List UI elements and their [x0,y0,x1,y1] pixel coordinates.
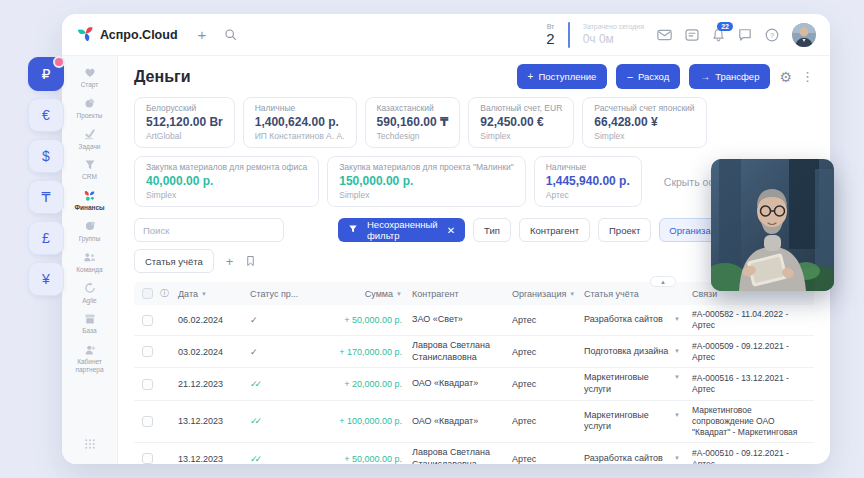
account-card[interactable]: Наличные 1,445,940.00 р. Артес [534,156,642,207]
cell-status: ✓ [250,315,320,325]
account-card[interactable]: Закупка материалов для ремонта офиса 40,… [134,156,319,207]
table-row[interactable]: 03.02.2024 ✓ + 170,000.00 р. Лаврова Све… [134,336,814,368]
row-checkbox[interactable] [142,416,153,427]
day-label: Вт [546,23,554,30]
apps-grid-icon[interactable] [84,436,96,454]
note-icon[interactable] [685,29,699,41]
base-icon [84,312,96,325]
currency-button-4[interactable]: ₸ [28,180,64,214]
cell-links[interactable]: Маркетинговое сопровождение ОАО "Квадрат… [692,405,814,438]
category-label: Маркетинговые услуги [584,372,674,395]
settings-gear-icon[interactable]: ⚙ [779,69,792,85]
table-row[interactable]: 13.12.2023 ✓✓ + 50,000.00 р. Лаврова Све… [134,443,814,464]
chevron-down-icon[interactable]: ▼ [674,374,680,382]
filter-chip[interactable]: Проект [598,218,651,242]
sidebar-item-base[interactable]: База [62,308,117,339]
filter-chip[interactable]: Тип [473,218,511,242]
presenter-video-widget[interactable] [711,159,834,291]
sidebar-item-label: CRM [82,173,97,181]
cell-links[interactable]: #A-000510 - 09.12.2021 - Артес [692,448,814,464]
account-card[interactable]: Расчетный счет японский 66,428.00 ¥ Simp… [582,97,706,148]
cell-organization: Артес [512,347,584,357]
col-contractor[interactable]: Контрагент [412,289,512,299]
chevron-down-icon[interactable]: ▼ [674,412,680,420]
currency-button-1[interactable]: ₽ [28,57,64,91]
account-card[interactable]: Валютный счет, EUR 92,450.00 € Simplex [468,97,574,148]
bell-icon[interactable]: 22 [712,28,725,42]
sidebar-item-label: Группы [79,235,101,243]
account-name: Валютный счет, EUR [480,103,562,113]
cell-links[interactable]: #A-000516 - 13.12.2021 - Артес [692,373,814,395]
notification-badge: 22 [717,22,733,31]
action-button-2[interactable]: – Расход [616,64,680,89]
col-amount[interactable]: Сумма▼ [320,289,412,299]
mail-icon[interactable] [657,29,672,41]
info-icon[interactable]: ⓘ [160,287,178,300]
more-menu-icon[interactable]: ⋮ [801,69,814,84]
sidebar-item-partner[interactable]: Кабинет партнера [62,339,117,378]
action-button-3[interactable]: → Трансфер [689,64,770,89]
table-row[interactable]: 21.12.2023 ✓✓ + 20,000.00 р. ОАО «Квадра… [134,368,814,400]
currency-button-6[interactable]: ¥ [28,262,64,296]
app-logo[interactable]: Аспро.Cloud [78,25,178,45]
col-date[interactable]: Дата▼ [178,289,250,299]
sidebar-item-funnel[interactable]: CRM [62,154,117,185]
category-filter-chip[interactable]: Статья учёта [134,249,214,273]
table-row[interactable]: 13.12.2023 ✓✓ + 100,000.00 р. ОАО «Квадр… [134,401,814,443]
currency-button-5[interactable]: £ [28,221,64,255]
sidebar-item-tasks[interactable]: Задачи [62,124,117,155]
sidebar-item-heart[interactable]: Старт [62,62,117,93]
agile-icon [84,282,96,295]
col-status[interactable]: Статус пр... [250,289,320,299]
clear-filter-icon[interactable]: ✕ [447,225,455,236]
add-filter-icon[interactable]: + [226,254,234,269]
cell-links[interactable]: #A-000582 - 11.04.2022 - Артес [692,309,814,331]
account-card[interactable]: Белорусский 512,120.00 Br ArtGlobal [134,97,235,148]
groups-icon [84,220,96,233]
row-checkbox[interactable] [142,346,153,357]
collapse-header-icon[interactable]: ▲ [650,276,676,287]
select-all-checkbox[interactable] [142,288,153,299]
funnel-icon [348,224,358,236]
sidebar-item-agile[interactable]: Agile [62,278,117,309]
cell-status: ✓✓ [250,416,320,426]
create-icon[interactable]: + [198,26,207,43]
sidebar-item-team[interactable]: Команда [62,247,117,278]
chevron-down-icon[interactable]: ▼ [674,348,680,356]
row-checkbox[interactable] [142,453,153,464]
account-card[interactable]: Казахстанский 590,160.00 ₸ Techdesign [365,97,461,148]
unsaved-filter-button[interactable]: Несохраненный фильтр ✕ [338,218,465,242]
currency-button-3[interactable]: $ [28,139,64,173]
chevron-down-icon[interactable]: ▼ [674,455,680,463]
cell-status: ✓✓ [250,379,320,389]
sidebar-item-finance[interactable]: Финансы [62,185,117,216]
cell-date: 13.12.2023 [178,416,250,426]
account-card[interactable]: Закупка материалов для проекта "Малинки"… [327,156,525,207]
col-organization[interactable]: Организация▼ [512,289,584,299]
filter-chip[interactable]: Контрагент [519,218,590,242]
time-tracker[interactable]: Затрачено сегодня 0ч 0м [583,23,644,46]
row-checkbox[interactable] [142,379,153,390]
account-name: Закупка материалов для ремонта офиса [146,162,307,172]
sidebar-item-groups[interactable]: Группы [62,216,117,247]
table-row[interactable]: 06.02.2024 ✓ + 50,000.00 р. ЗАО «Свет» А… [134,305,814,336]
search-icon[interactable] [224,28,237,41]
currency-symbol: ₽ [42,66,51,82]
account-organization: Techdesign [377,131,449,141]
sidebar-item-projects[interactable]: Проекты [62,93,117,124]
help-icon[interactable]: ? [765,28,779,42]
team-icon [83,251,96,264]
chevron-down-icon[interactable]: ▼ [674,316,680,324]
action-button-1[interactable]: + Поступление [517,64,608,89]
cell-links[interactable]: #A-000509 - 09.12.2021 - Артес [692,341,814,363]
calendar-day[interactable]: Вт 2 [546,23,554,46]
account-card[interactable]: Наличные 1,400,624.00 р. ИП Константинов… [243,97,357,148]
col-category[interactable]: Статья учёта [584,289,692,299]
search-input[interactable] [134,218,284,242]
bookmark-icon[interactable] [245,255,256,267]
row-checkbox[interactable] [142,315,153,326]
currency-button-2[interactable]: € [28,98,64,132]
chat-icon[interactable] [738,28,752,41]
user-avatar[interactable] [792,23,816,47]
status-pending-icon: ✓ [250,315,258,325]
